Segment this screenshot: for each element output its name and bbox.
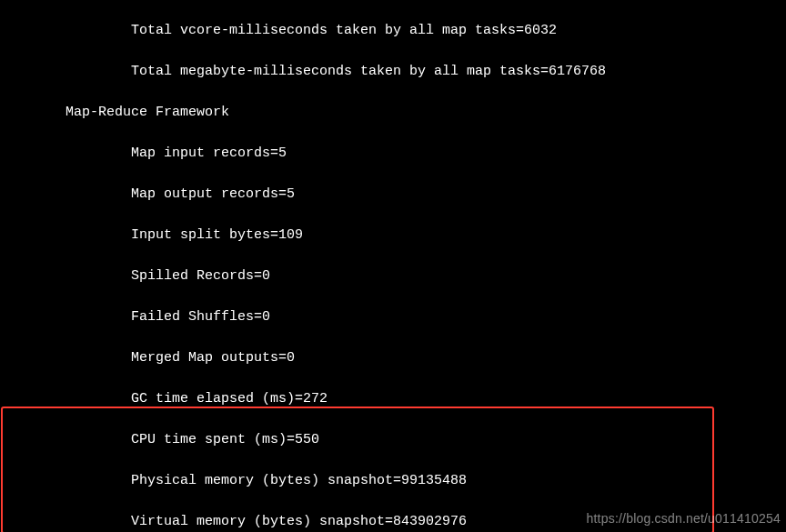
terminal-output[interactable]: Total vcore-milliseconds taken by all ma… <box>0 0 786 532</box>
counter-line: Failed Shuffles=0 <box>0 307 786 328</box>
counter-section-header: Map-Reduce Framework <box>0 103 786 124</box>
counter-line: Merged Map outputs=0 <box>0 348 786 369</box>
counter-line: Input split bytes=109 <box>0 226 786 246</box>
counter-line: Total vcore-milliseconds taken by all ma… <box>0 21 786 42</box>
counter-line: GC time elapsed (ms)=272 <box>0 389 786 410</box>
watermark-text: https://blog.csdn.net/u011410254 <box>587 509 781 528</box>
counter-line: Map output records=5 <box>0 185 786 206</box>
counter-line: Physical memory (bytes) snapshot=9913548… <box>0 471 786 492</box>
counter-line: Total megabyte-milliseconds taken by all… <box>0 62 786 83</box>
counter-line: Map input records=5 <box>0 144 786 165</box>
counter-line: Spilled Records=0 <box>0 266 786 287</box>
counter-line: CPU time spent (ms)=550 <box>0 430 786 451</box>
